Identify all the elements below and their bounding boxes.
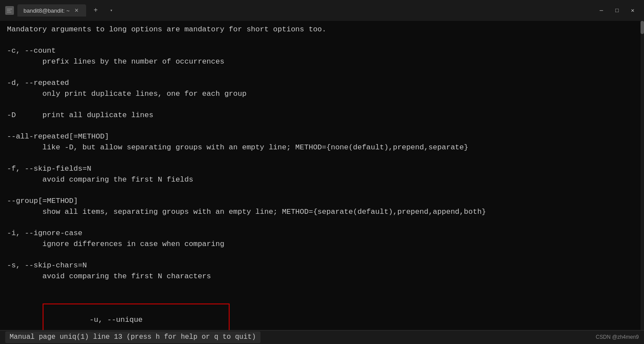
status-right: CSDN @zh4men9 — [596, 334, 639, 341]
terminal-icon — [5, 6, 14, 15]
line-skip-fields-flag: -f, --skip-fields=N — [7, 164, 637, 175]
line-all-repeated-desc: like -D, but allow separating groups wit… — [7, 142, 637, 153]
line-empty-4 — [7, 121, 637, 132]
line-count-flag: -c, --count — [7, 46, 637, 57]
line-skip-fields-desc: avoid comparing the first N fields — [7, 175, 637, 185]
line-repeated-flag: -d, --repeated — [7, 78, 637, 89]
line-ignore-case-flag: -i, --ignore-case — [7, 228, 637, 239]
terminal-window: bandit8@bandit: ~ ✕ + ▾ ─ □ ✕ Mandatory … — [0, 0, 644, 344]
titlebar: bandit8@bandit: ~ ✕ + ▾ ─ □ ✕ — [0, 0, 644, 21]
svg-rect-2 — [7, 12, 11, 13]
terminal-body: Mandatory arguments to long options are … — [0, 21, 644, 344]
line-empty-8 — [7, 250, 637, 260]
line-empty-6 — [7, 185, 637, 196]
unique-highlight-box: -u, --unique only print unique lines — [43, 304, 230, 330]
line-empty-2 — [7, 67, 637, 78]
window-controls: ─ □ ✕ — [595, 4, 639, 17]
close-button[interactable]: ✕ — [627, 4, 639, 17]
line-all-repeated-flag: --all-repeated[=METHOD] — [7, 132, 637, 142]
scrollbar[interactable] — [641, 21, 644, 344]
line-skip-chars-desc: avoid comparing the first N characters — [7, 271, 637, 282]
minimize-button[interactable]: ─ — [595, 4, 607, 17]
line-empty-9 — [7, 282, 637, 293]
titlebar-left: bandit8@bandit: ~ ✕ + ▾ — [5, 4, 117, 17]
new-tab-button[interactable]: + — [90, 4, 102, 17]
tab-dropdown-button[interactable]: ▾ — [105, 4, 117, 17]
line-count-desc: prefix lines by the number of occurrence… — [7, 57, 637, 67]
line-ignore-case-desc: ignore differences in case when comparin… — [7, 239, 637, 250]
line-skip-chars-flag: -s, --skip-chars=N — [7, 260, 637, 271]
status-bar: Manual page uniq(1) line 13 (press h for… — [0, 330, 644, 344]
maximize-button[interactable]: □ — [611, 4, 623, 17]
terminal-tab[interactable]: bandit8@bandit: ~ ✕ — [17, 4, 86, 17]
line-unique-flag: -u, --unique — [90, 316, 143, 324]
line-D-flag: -D print all duplicate lines — [7, 110, 637, 121]
status-text: Manual page uniq(1) line 13 (press h for… — [5, 331, 260, 343]
tab-label: bandit8@bandit: ~ — [23, 7, 70, 14]
line-mandatory: Mandatory arguments to long options are … — [7, 24, 637, 35]
line-empty-3 — [7, 99, 637, 110]
scrollbar-thumb[interactable] — [641, 21, 644, 34]
svg-rect-1 — [7, 10, 10, 11]
line-empty-7 — [7, 218, 637, 229]
line-empty-1 — [7, 35, 637, 46]
line-unique-block: -u, --unique only print unique lines — [7, 293, 637, 330]
tab-close-button[interactable]: ✕ — [73, 7, 80, 14]
line-group-desc: show all items, separating groups with a… — [7, 207, 637, 218]
line-group-flag: --group[=METHOD] — [7, 196, 637, 207]
line-repeated-desc: only print duplicate lines, one for each… — [7, 89, 637, 100]
terminal-content: Mandatory arguments to long options are … — [0, 24, 644, 330]
svg-rect-0 — [7, 9, 12, 10]
line-empty-5 — [7, 153, 637, 164]
